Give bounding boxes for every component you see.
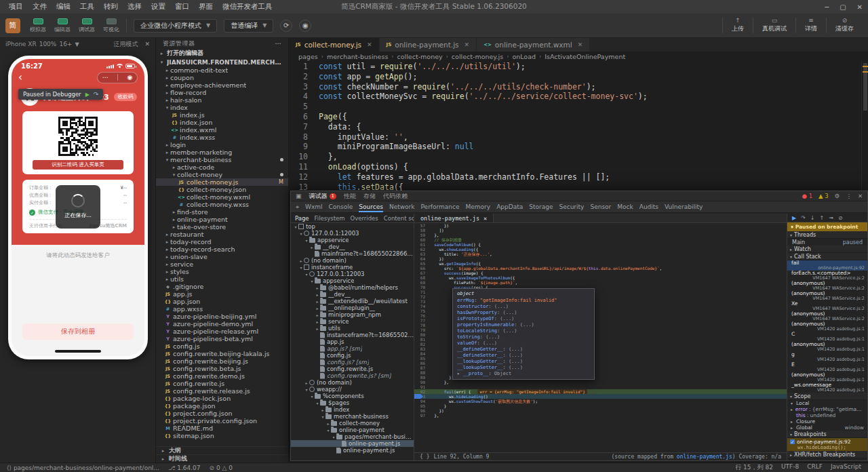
close-icon[interactable]: ✕ — [484, 215, 487, 222]
xhr-breakpoints-section[interactable]: ▸XHR/fetch Breakpoints — [787, 451, 867, 458]
toggle-可视化[interactable]: 可视化 — [103, 18, 119, 33]
line-number[interactable]: 96 — [414, 408, 429, 413]
menu-item-窗口[interactable]: 窗口 — [170, 2, 194, 12]
outline-section[interactable]: ▸大纲 — [156, 446, 288, 454]
editor-tab-online-payment.wxml[interactable]: <>online-payment.wxml✕ — [477, 38, 590, 52]
step-into-icon[interactable]: ↓ — [810, 215, 815, 221]
tree-file-index.js[interactable]: JSindex.js — [156, 111, 288, 119]
menu-item-微信开发者工具[interactable]: 微信开发者工具 — [218, 2, 277, 12]
encoding[interactable]: UTF-8 — [781, 463, 799, 472]
line-number[interactable]: 84 — [414, 351, 429, 356]
compile-button[interactable]: ⟳ — [280, 20, 292, 32]
settings-gear-icon[interactable]: ⚙ — [835, 193, 840, 199]
tree-file-.gitignore[interactable]: ◆.gitignore — [156, 283, 288, 290]
tree-file-collect-money.json[interactable]: {}collect-money.json — [156, 186, 288, 193]
close-icon[interactable]: ✕ — [857, 3, 863, 11]
navigator-tab-Overrides[interactable]: Overrides — [351, 215, 378, 222]
nav-tree-item-online-payment.js[interactable]: online-payment.js — [291, 440, 414, 447]
call-stack-frame-12[interactable]: _ws.onmessageVM1420 asdebug.js:1 — [787, 382, 867, 393]
tree-folder-styles[interactable]: ▸styles — [156, 268, 288, 275]
resume-script-icon[interactable]: ▶ — [85, 92, 90, 98]
line-number[interactable]: 71 — [414, 290, 429, 294]
nav-tree-item-appservice[interactable]: ▾appservice — [291, 277, 414, 284]
nav-tree-item--no-domain-[interactable]: ▸(no domain) — [291, 379, 414, 386]
eol[interactable]: CRLF — [807, 463, 823, 472]
toolbar-button-清缓存[interactable]: ⊘清缓存 — [826, 18, 863, 33]
dock-icon[interactable]: ▣ — [296, 193, 302, 199]
line-number[interactable]: 92 — [414, 389, 429, 394]
tree-file-app.js[interactable]: JSapp.js — [156, 290, 288, 298]
line-number[interactable]: 7 — [289, 122, 319, 132]
profile-button[interactable]: ◉ — [299, 20, 311, 32]
line-number[interactable]: 86 — [414, 361, 429, 366]
minimize-icon[interactable]: ─ — [825, 3, 829, 11]
line-number[interactable]: 94 — [414, 399, 429, 404]
line-number[interactable]: 85 — [414, 356, 429, 361]
tree-folder-merchant-business[interactable]: ▾merchant-business — [156, 156, 288, 163]
zoom-selector[interactable]: 100% — [39, 41, 57, 47]
tree-file-index.wxml[interactable]: <>index.wxml — [156, 126, 288, 134]
nav-tree-item-online-payment.js[interactable]: online-payment.js — [291, 447, 414, 454]
nav-tree-item--babel-runtime-helpers[interactable]: ▸@babel/runtime/helpers — [291, 284, 414, 291]
line-number[interactable]: 90 — [414, 380, 429, 385]
debugger-window-tab-存储[interactable]: 存储 — [363, 192, 376, 201]
tree-folder-service[interactable]: ▸service — [156, 260, 288, 268]
tree-folder-utils[interactable]: ▸utils — [156, 275, 288, 283]
menu-item-编辑[interactable]: 编辑 — [52, 2, 75, 12]
line-number[interactable]: 95 — [414, 404, 429, 408]
tree-file-config.js[interactable]: JSconfig.js — [156, 342, 288, 350]
toolbar-button-上传[interactable]: ↑上传 — [722, 18, 753, 33]
tree-file-project.config.json[interactable]: {}project.config.json — [156, 410, 288, 417]
tree-file-config.rewrite.js[interactable]: JSconfig.rewrite.js — [156, 380, 288, 387]
tree-file-config.rewrite.beta.js[interactable]: JSconfig.rewrite.beta.js — [156, 365, 288, 372]
nav-tree-item-appservice[interactable]: ▾appservice — [291, 237, 414, 243]
panel-tab-Sensor[interactable]: Sensor — [590, 201, 611, 212]
line-number[interactable]: 60 — [414, 237, 429, 242]
nav-tree-item--no-domain-[interactable]: ▸(no domain) — [291, 257, 414, 264]
line-number[interactable]: 97 — [414, 413, 429, 418]
panel-tab-Storage[interactable]: Storage — [529, 201, 553, 212]
focused-file-path[interactable]: ⟨⟩ pages/merchant-business/online-paymen… — [7, 465, 159, 471]
line-number[interactable]: 88 — [414, 370, 429, 375]
call-stack-frame-5[interactable]: (anonymous)VM1647 WAService.js:2 — [787, 311, 867, 321]
line-number[interactable]: 12 — [289, 172, 319, 182]
nav-tree-item--components[interactable]: ▾%components — [291, 393, 414, 399]
nav-tree-item-__extendedlib__-weui-latest[interactable]: ▸__extendedlib__/weui/latest — [291, 298, 414, 304]
call-stack-frame-9[interactable]: gVM1420 asdebug.js:1 — [787, 352, 867, 362]
panel-tab-Performance[interactable]: Performance — [421, 201, 460, 212]
step-out-icon[interactable]: ↑ — [820, 215, 825, 221]
scope-section[interactable]: ▾Scope — [787, 393, 867, 400]
resume-icon[interactable]: ▶ — [792, 215, 796, 221]
nav-tree-item-collect-money[interactable]: ▸collect-money — [291, 420, 414, 427]
nav-tree-item--pages[interactable]: ▾$pages — [291, 399, 414, 406]
line-number[interactable]: 66 — [414, 266, 429, 271]
tree-file-collect-money.wxss[interactable]: #collect-money.wxss — [156, 201, 288, 208]
line-number[interactable]: 8 — [289, 132, 319, 142]
menu-item-选择[interactable]: 选择 — [123, 2, 146, 12]
breadcrumb-item-merchant-business[interactable]: merchant-business — [327, 53, 388, 60]
step-over-icon[interactable]: ↷ — [801, 215, 806, 221]
line-number[interactable]: 57 — [414, 223, 429, 228]
breadcrumb-item-onLoad[interactable]: onLoad — [512, 53, 536, 60]
tree-file-index.json[interactable]: {}index.json — [156, 119, 288, 126]
nav-tree-item-config.rewrite.js[interactable]: config.rewrite.js — [291, 366, 414, 372]
tree-file-azure-pipeline-demo.yml[interactable]: Yazure-pipeline-demo.yml — [156, 320, 288, 328]
tree-file-app.json[interactable]: {}app.json — [156, 298, 288, 305]
tree-folder-hair-salon[interactable]: ▸hair-salon — [156, 96, 288, 104]
toggle-模拟器[interactable]: 模拟器 — [30, 18, 46, 33]
call-stack-frame-6[interactable]: (anonymous)VM1420 asdebug.js:1 — [787, 321, 867, 332]
compile-type-dropdown[interactable]: 普通编译▼ — [224, 19, 273, 33]
line-number[interactable]: 6 — [289, 112, 319, 122]
back-icon[interactable]: ‹ — [18, 73, 22, 83]
git-branch[interactable]: ⎇ 1.64.07 — [168, 465, 201, 471]
line-number[interactable]: 64 — [414, 256, 429, 261]
panel-tab-Network[interactable]: Network — [389, 201, 415, 212]
simulator-mode[interactable]: 泛用模式 — [113, 40, 138, 49]
threads-section[interactable]: ▾Threads — [787, 231, 867, 239]
line-number[interactable]: 89 — [414, 375, 429, 380]
tree-folder-employee-achievement[interactable]: ▸employee-achievement — [156, 81, 288, 89]
timeline-section[interactable]: ▸时间线 — [156, 454, 288, 463]
exit-icon[interactable]: ◉ — [127, 74, 132, 81]
deactivate-breakpoints-icon[interactable]: ⊘ — [838, 215, 843, 221]
tree-file-azure-pipelines-beta.yml[interactable]: Yazure-pipelines-beta.yml — [156, 335, 288, 342]
